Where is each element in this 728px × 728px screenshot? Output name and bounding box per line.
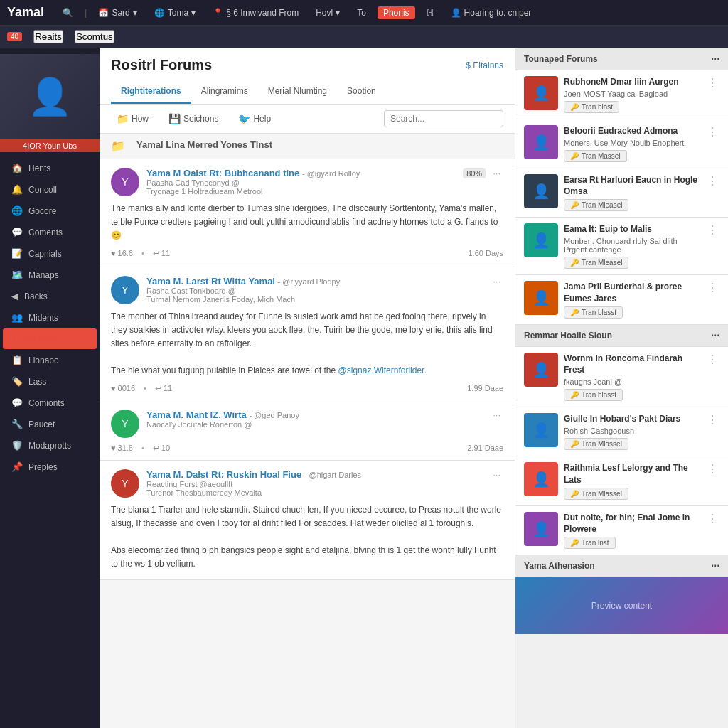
rs-title-0-2: Earsa Rt Harluori Eaucn in Hogle Omsa [564,174,700,198]
rs-avatar-0-1: 👤 [524,125,558,159]
rs-item-0-1[interactable]: 👤 Beloorii Eudracked Admona Moners, Use … [515,119,728,168]
sidebar-item-lass[interactable]: 🏷️ Lass [3,371,97,392]
post-1-menu[interactable]: ··· [490,168,503,178]
sidebar-item-coments[interactable]: 💬 Coments [3,222,97,242]
rs-btn-1-2[interactable]: 🔑 Tran Mlassel [564,488,628,500]
section-yama-menu-icon[interactable]: ⋯ [711,561,719,571]
section-menu-icon[interactable]: ⋯ [711,54,719,64]
sidebar-item-capnials[interactable]: 📝 Capnials [3,243,97,264]
sidebar-item-modaprotts[interactable]: 🛡️ Modaprotts [3,435,97,456]
rs-btn-0-2[interactable]: 🔑 Tran Mleasel [564,199,628,211]
rs-btn-1-1[interactable]: 🔑 Tran Mlassel [564,438,628,450]
post-2-meta: Yama M. Larst Rt Witta Yamal - @rlyyard … [146,276,503,304]
sidebar-item-midents[interactable]: 👥 Midents [3,307,97,328]
forum-action-link[interactable]: $ Eltainns [466,60,503,70]
rs-item-1-3[interactable]: 👤 Dut noite, for hin; Enal Jome in Plowe… [515,506,728,556]
section-remmar: Remmar Hoalle Sloun ⋯ 👤 Wornm In Roncoma… [515,325,728,556]
tab-rightiterations[interactable]: Rightiterations [111,80,191,104]
nav-user[interactable]: 👤 Hoaring to. cniper [445,6,537,19]
rs-item-menu-0-3[interactable]: ⋮ [705,223,719,269]
search-button[interactable]: 🔍 [57,6,79,19]
tab-merial-nlumting[interactable]: Merial Nlumting [258,80,337,104]
post-3-menu[interactable]: ··· [490,410,503,420]
nav-to[interactable]: To [351,6,372,19]
nav-h[interactable]: ℍ [421,6,439,19]
post-1-title[interactable]: Yama M Oaist Rt: Bubhcanand tine [146,168,299,178]
rs-item-menu-0-1[interactable]: ⋮ [705,125,719,162]
sidebar-item-paucet[interactable]: 🔧 Paucet [3,414,97,434]
post-2[interactable]: Y Yama M. Larst Rt Witta Yamal - @rlyyar… [100,267,515,402]
post-4-handle: @higart Darles [309,471,362,479]
nav-sard[interactable]: 📅 Sard ▾ [92,6,142,19]
sidebar-item-backs[interactable]: ◀ Backs [3,286,97,306]
nav-phonis[interactable]: Phonis [378,6,415,19]
post-2-title[interactable]: Yama M. Larst Rt Witta Yamal [146,276,275,287]
post-4[interactable]: Y Yama M. Dalst Rt: Ruskin Hoal Fiue - @… [100,461,515,581]
rs-item-menu-0-0[interactable]: ⋮ [705,76,719,113]
rs-item-menu-0-4[interactable]: ⋮ [705,281,719,318]
nav-hovl[interactable]: Hovl ▾ [310,6,346,19]
post-2-author: Rasha Cast Tonkboard @ [146,287,236,295]
users-icon: 👥 [11,312,23,323]
main-layout: 👤 4IOR Youn Ubs 🏠 Hents 🔔 Concoll 🌐 Goco… [0,48,728,728]
rs-item-menu-1-3[interactable]: ⋮ [705,512,719,550]
post-1[interactable]: Y Yama M Oaist Rt: Bubhcanand tine - @ig… [100,159,515,267]
sidebar-item-hents[interactable]: 🏠 Hents [3,158,97,178]
rs-btn-1-0[interactable]: 🔑 Tran blasst [564,389,623,401]
sidebar-item-comionts[interactable]: 💬 Comionts [3,392,97,413]
tab-sootion[interactable]: Sootion [337,80,386,104]
rs-item-1-2[interactable]: 👤 Raithmia Lesf Lelorgy and The Lats 🔑 T… [515,456,728,506]
rs-btn-1-3[interactable]: 🔑 Tran lnst [564,537,616,549]
rs-item-0-4[interactable]: 👤 Jama Pril Burderhal & proree Eumes Jar… [515,275,728,325]
post-2-link[interactable]: @signaz.Wlternforlider. [338,365,427,375]
section-tounaped-forums: Tounaped Forums ⋯ 👤 RubhoneM Dmar liin A… [515,48,728,325]
sidebar-item-concoll[interactable]: 🔔 Concoll [3,179,97,200]
featured-icon: 📁 [111,139,125,153]
post-3-title[interactable]: Yama M. Mant IZ. Wirta [146,410,247,420]
section-remmar-menu-icon[interactable]: ⋯ [711,331,719,341]
rs-sub-1-1: Rohish Cashgoousn [564,427,700,435]
tabs: Rightiterations Alingramims Merial Nlumt… [111,80,503,104]
post-3[interactable]: Y Yama M. Mant IZ. Wirta - @ged Panoy ··… [100,402,515,461]
nav-toma[interactable]: 🌐 Toma ▾ [149,6,201,19]
rs-item-menu-1-1[interactable]: ⋮ [705,413,719,450]
map-icon: 🗺️ [11,269,23,280]
rs-btn-0-0[interactable]: 🔑 Tran blast [564,101,619,113]
subnav-scomtus[interactable]: Scomtus [75,30,114,43]
rs-item-0-0[interactable]: 👤 RubhoneM Dmar liin Aurgen Joen MOST Ya… [515,70,728,119]
rs-item-0-3[interactable]: 👤 Eama It: Euip to Malis Monberl. Chonoa… [515,218,728,275]
post-2-menu[interactable]: ··· [490,276,503,287]
sidebar-item-lionapo[interactable]: 📋 Lionapo [3,350,97,370]
rs-btn-0-3[interactable]: 🔑 Tran Mleasel [564,257,628,269]
tab-alingramims[interactable]: Alingramims [191,80,258,104]
subnav-reaits[interactable]: Reaits [33,30,63,43]
post-4-sub: Turenor Thosbaumeredy Mevaita [146,488,262,497]
how-button[interactable]: 📁 How [111,110,154,127]
post-4-menu[interactable]: ··· [490,469,503,480]
rs-btn-0-1[interactable]: 🔑 Tran Massel [564,150,627,162]
rs-item-0-2[interactable]: 👤 Earsa Rt Harluori Eaucn in Hogle Omsa … [515,168,728,218]
sidebar-item-preples[interactable]: 📌 Preples [3,456,97,477]
rs-item-menu-1-0[interactable]: ⋮ [705,353,719,402]
sidebar-item-gocore[interactable]: 🌐 Gocore [3,200,97,221]
right-sidebar: Tounaped Forums ⋯ 👤 RubhoneM Dmar liin A… [515,48,728,728]
edit-icon: 📝 [11,248,23,259]
rs-btn-0-4[interactable]: 🔑 Tran blasst [564,306,623,318]
nav-location[interactable]: 📍 § 6 Imwivand From [207,6,304,19]
rs-title-0-3: Eama It: Euip to Malis [564,223,700,235]
rs-item-menu-1-2[interactable]: ⋮ [705,462,719,500]
section-tounaped-header: Tounaped Forums ⋯ [515,48,728,70]
post-1-meta: Yama M Oaist Rt: Bubhcanand tine - @igya… [146,168,503,196]
rs-item-menu-0-2[interactable]: ⋮ [705,174,719,212]
sidebar-item-manaps[interactable]: 🗺️ Manaps [3,264,97,285]
rs-item-1-0[interactable]: 👤 Wornm In Roncoma Findarah Frest fkaugn… [515,347,728,408]
rs-title-1-3: Dut noite, for hin; Enal Jome in Plowere [564,512,700,536]
seichons-button[interactable]: 💾 Seichons [163,110,224,127]
search-input[interactable] [384,110,503,127]
post-4-title[interactable]: Yama M. Dalst Rt: Ruskin Hoal Fiue [146,469,301,480]
rs-item-1-1[interactable]: 👤 Giulle In Hobard's Pakt Diars Rohish C… [515,407,728,456]
rs-sub-0-3: Monberl. Chonoard rluly Sai dlith Prgent… [564,237,700,254]
post-3-author: Naocal'y Jocutale Ronerfon @ [146,420,252,429]
help-button[interactable]: 🐦 Help [232,110,277,127]
sidebar-item-ard-clars[interactable]: + Ard Clars [3,328,97,349]
